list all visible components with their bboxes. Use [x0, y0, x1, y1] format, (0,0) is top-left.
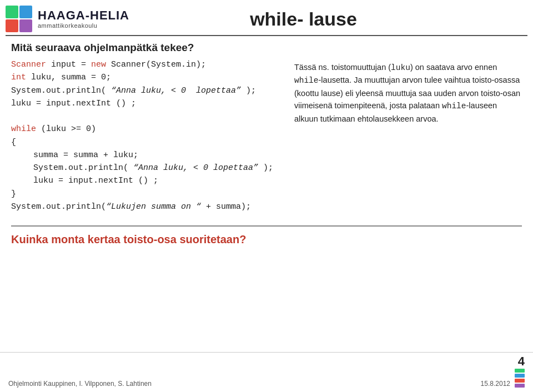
logo-sq3 [6, 19, 18, 32]
bar-purple [515, 384, 525, 388]
text-column: Tässä ns. toistomuuttujan (luku) on saat… [283, 58, 522, 125]
code-line-2: int luku, summa = 0; [11, 71, 283, 84]
bottom-question: Kuinka monta kertaa toisto-osa suoriteta… [11, 225, 522, 246]
logo-sq2 [19, 6, 32, 18]
page-number: 4 [518, 355, 525, 368]
code-line-6: summa = summa + luku; [11, 149, 283, 162]
bar-red [515, 379, 525, 383]
code-line-8: luku = input.nextInt () ; [11, 174, 283, 187]
page-color-bars [515, 369, 525, 388]
code-line-brace-close: } [11, 188, 283, 200]
logo-sq1 [6, 6, 18, 18]
slide-title: while- lause [85, 8, 522, 30]
footer: Ohjelmointi Kauppinen, I. Vilpponen, S. … [0, 352, 533, 392]
logo-icon [6, 6, 32, 32]
code-line-10: System.out.println(“Lukujen summa on “ +… [11, 200, 283, 213]
two-col-layout: Scanner input = new Scanner(System.in); … [11, 58, 522, 213]
bar-blue [515, 374, 525, 378]
main-content: Mitä seuraava ohjelmanpätkä tekee? Scann… [0, 36, 533, 252]
page-number-box: 4 [515, 355, 525, 388]
code-line-4: luku = input.nextInt () ; [11, 97, 283, 110]
code-line-3: System.out.println( “Anna luku, < 0 lope… [11, 84, 283, 97]
logo-sq4 [19, 19, 32, 32]
question: Mitä seuraava ohjelmanpätkä tekee? [11, 42, 522, 54]
code-line-while: while (luku >= 0) [11, 123, 283, 135]
code-line-7: System.out.println( “Anna luku, < 0 lope… [11, 162, 283, 174]
bar-green [515, 369, 525, 373]
code-column: Scanner input = new Scanner(System.in); … [11, 58, 283, 213]
header: HAAGA-HELIA ammattikorkeakoulu while- la… [0, 0, 533, 35]
code-block: Scanner input = new Scanner(System.in); … [11, 58, 283, 213]
footer-right: 15.8.2012 4 [481, 355, 525, 388]
explanation-text: Tässä ns. toistomuuttujan (luku) on saat… [294, 61, 522, 125]
footer-author: Ohjelmointi Kauppinen, I. Vilpponen, S. … [8, 380, 152, 388]
code-line-brace-open: { [11, 136, 283, 149]
code-line-1: Scanner input = new Scanner(System.in); [11, 58, 283, 71]
footer-date: 15.8.2012 [481, 380, 510, 388]
